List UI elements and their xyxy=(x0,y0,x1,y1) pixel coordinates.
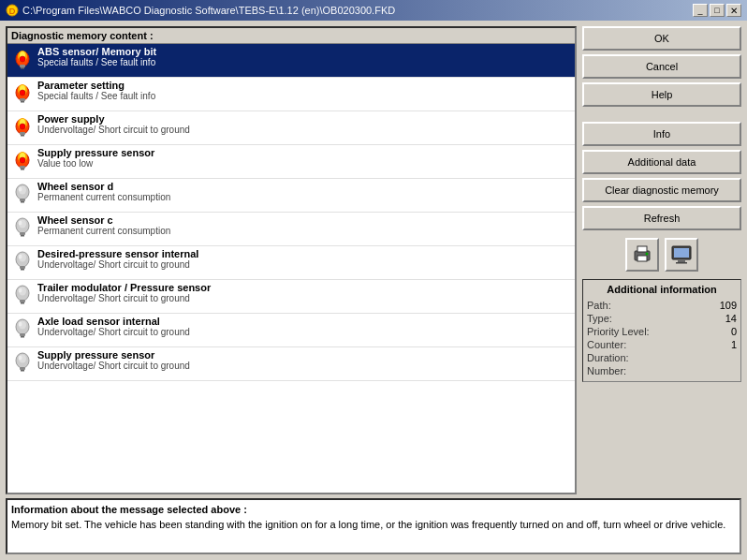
flame-icon xyxy=(11,81,34,104)
list-item[interactable]: Trailer modulator / Pressure sensorUnder… xyxy=(7,280,575,314)
minimize-button[interactable]: _ xyxy=(693,4,708,17)
item-subtitle: Undervoltage/ Short circuit to ground xyxy=(37,259,198,270)
item-title: Wheel sensor c xyxy=(37,214,170,226)
item-subtitle: Undervoltage/ Short circuit to ground xyxy=(37,361,190,371)
bulb-icon xyxy=(11,317,34,340)
flame-icon xyxy=(11,48,34,70)
list-item[interactable]: Parameter settingSpecial faults / See fa… xyxy=(7,78,575,111)
info-field-label: Priority Level: xyxy=(587,326,650,337)
svg-rect-58 xyxy=(637,256,647,261)
item-subtitle: Value too low xyxy=(37,158,154,169)
print-icon xyxy=(631,243,653,266)
list-item[interactable]: Supply pressure sensorValue too low xyxy=(7,145,575,179)
additional-info-title: Additional information xyxy=(587,284,737,295)
item-subtitle: Special faults / See fault info xyxy=(37,91,155,101)
cancel-button[interactable]: Cancel xyxy=(582,54,741,79)
item-title: Supply pressure sensor xyxy=(37,349,190,361)
title-bar: D C:\Program Files\WABCO Diagnostic Soft… xyxy=(0,0,747,21)
svg-point-40 xyxy=(19,255,22,259)
info-field-label: Path: xyxy=(587,300,611,311)
app-icon: D xyxy=(6,4,19,17)
item-title: Parameter setting xyxy=(37,80,155,91)
icon-area xyxy=(582,234,741,275)
list-item[interactable]: Axle load sensor internalUndervoltage/ S… xyxy=(7,314,575,347)
list-item[interactable]: Wheel sensor cPermanent current consumpt… xyxy=(7,213,575,246)
svg-rect-43 xyxy=(20,300,25,302)
svg-rect-33 xyxy=(20,232,25,235)
item-title: Supply pressure sensor xyxy=(37,147,154,158)
svg-rect-44 xyxy=(21,302,24,304)
info-row: Path:109 xyxy=(587,299,737,312)
diagnostic-list[interactable]: ABS sensor/ Memory bitSpecial faults / S… xyxy=(7,44,575,493)
flame-icon xyxy=(11,149,34,171)
item-subtitle: Permanent current consumption xyxy=(37,192,170,202)
svg-rect-49 xyxy=(21,336,24,338)
print-icon-button[interactable] xyxy=(625,238,659,272)
bottom-panel: Information about the message selected a… xyxy=(6,498,741,554)
info-field-label: Type: xyxy=(587,313,612,324)
info-field-value: 0 xyxy=(731,326,737,337)
info-field-label: Number: xyxy=(587,365,626,376)
ok-button[interactable]: OK xyxy=(582,26,741,51)
bulb-icon xyxy=(11,183,34,205)
close-button[interactable]: ✕ xyxy=(726,4,741,17)
info-field-value: 14 xyxy=(725,313,737,324)
svg-point-19 xyxy=(20,124,25,129)
info-field-value: 1 xyxy=(731,339,737,350)
additional-info-panel: Additional information Path:109Type:14Pr… xyxy=(582,279,741,382)
item-subtitle: Undervoltage/ Short circuit to ground xyxy=(37,293,211,303)
info-row: Duration: xyxy=(587,351,737,364)
right-panel: OK Cancel Help Info Additional data Clea… xyxy=(582,26,741,494)
svg-rect-11 xyxy=(20,98,25,101)
help-button[interactable]: Help xyxy=(582,82,741,107)
svg-point-13 xyxy=(20,90,25,96)
svg-rect-29 xyxy=(21,201,24,203)
svg-point-35 xyxy=(19,221,22,226)
bottom-label: Information about the message selected a… xyxy=(11,504,736,515)
svg-rect-62 xyxy=(678,260,685,262)
additional-data-button[interactable]: Additional data xyxy=(582,150,741,174)
window-controls: _ □ ✕ xyxy=(693,4,741,17)
display-icon-button[interactable] xyxy=(665,238,698,272)
svg-rect-34 xyxy=(21,235,24,237)
main-content: Diagnostic memory content : ABS sensor/ … xyxy=(6,26,741,494)
info-row: Priority Level:0 xyxy=(587,325,737,338)
info-field-label: Counter: xyxy=(587,339,626,350)
svg-point-30 xyxy=(19,187,22,192)
item-subtitle: Undervoltage/ Short circuit to ground xyxy=(37,327,190,337)
item-title: Axle load sensor internal xyxy=(37,316,190,327)
svg-rect-6 xyxy=(21,67,24,69)
bulb-icon xyxy=(11,250,34,273)
svg-point-25 xyxy=(20,157,25,163)
info-fields: Path:109Type:14Priority Level:0Counter:1… xyxy=(587,299,737,377)
svg-rect-18 xyxy=(21,135,24,137)
list-item[interactable]: Power supplyUndervoltage/ Short circuit … xyxy=(7,111,575,145)
list-item[interactable]: Supply pressure sensorUndervoltage/ Shor… xyxy=(7,347,575,381)
refresh-button[interactable]: Refresh xyxy=(582,206,741,230)
svg-rect-61 xyxy=(674,248,689,258)
left-panel: Diagnostic memory content : ABS sensor/ … xyxy=(6,26,577,494)
bulb-icon xyxy=(11,216,34,239)
svg-rect-17 xyxy=(20,132,25,135)
list-item[interactable]: Wheel sensor dPermanent current consumpt… xyxy=(7,179,575,213)
bottom-text: Memory bit set. The vehicle has been sta… xyxy=(11,518,736,532)
svg-rect-23 xyxy=(20,166,25,169)
display-icon xyxy=(670,243,693,266)
bulb-icon xyxy=(11,284,34,306)
item-subtitle: Permanent current consumption xyxy=(37,226,170,236)
svg-point-50 xyxy=(19,322,22,327)
svg-text:D: D xyxy=(9,7,16,16)
clear-diagnostic-button[interactable]: Clear diagnostic memory xyxy=(582,178,741,202)
info-button[interactable]: Info xyxy=(582,122,741,146)
list-item[interactable]: Desired-pressure sensor internalUndervol… xyxy=(7,246,575,280)
maximize-button[interactable]: □ xyxy=(710,4,725,17)
item-title: Power supply xyxy=(37,113,190,125)
svg-rect-63 xyxy=(676,262,687,264)
info-row: Number: xyxy=(587,364,737,377)
list-item[interactable]: ABS sensor/ Memory bitSpecial faults / S… xyxy=(7,44,575,78)
svg-point-45 xyxy=(19,288,22,293)
item-subtitle: Undervoltage/ Short circuit to ground xyxy=(37,125,190,135)
bulb-icon xyxy=(11,351,34,374)
info-row: Counter:1 xyxy=(587,338,737,351)
svg-rect-38 xyxy=(20,266,25,269)
